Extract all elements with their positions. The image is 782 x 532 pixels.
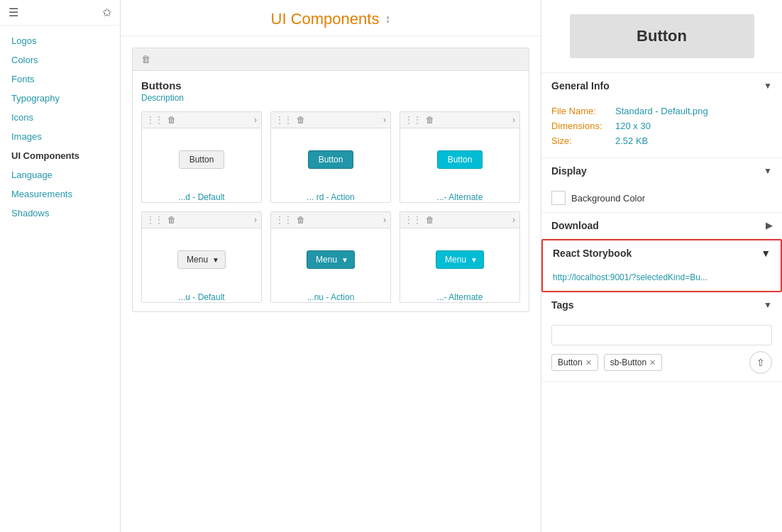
download-section: Download ▶ (541, 213, 782, 239)
sidebar-item-icons[interactable]: Icons (0, 108, 120, 127)
trash-icon[interactable]: 🗑 (141, 54, 150, 65)
card-toolbar: ⋮⋮ 🗑 › (400, 112, 519, 128)
trash-icon[interactable]: 🗑 (426, 215, 434, 225)
size-label: Size: (551, 135, 615, 146)
card-label-default: ...d - Default (142, 192, 261, 202)
tag-button: Button ✕ (551, 354, 598, 371)
scroll-top-button[interactable]: ⇧ (749, 351, 772, 374)
card-body: Button (142, 128, 261, 185)
card-body: Menu ▼ (400, 228, 519, 285)
drag-dots-icon: ⋮⋮ (146, 115, 163, 125)
drag-dots-icon: ⋮⋮ (404, 215, 422, 225)
card-menu-default: ⋮⋮ 🗑 › Menu ▼ ...u - Default (141, 211, 262, 303)
menu-default-label: Menu (187, 255, 208, 265)
dimensions-label: Dimensions: (551, 121, 615, 131)
sidebar-item-fonts[interactable]: Fonts (0, 70, 120, 89)
card-label-menu-alternate: ...- Alternate (400, 292, 519, 302)
display-section: Display ▼ Background Color (541, 158, 782, 213)
card-btn-action: ⋮⋮ 🗑 › Button ... rd - Action (270, 111, 391, 203)
color-swatch[interactable] (551, 191, 566, 205)
card-menu-action: ⋮⋮ 🗑 › Menu ▼ ...nu - Action (270, 211, 391, 303)
general-info-header[interactable]: General Info ▼ (541, 73, 782, 99)
menu-default[interactable]: Menu ▼ (177, 250, 226, 269)
trash-icon[interactable]: 🗑 (297, 115, 305, 125)
card-body: Menu ▼ (142, 228, 261, 285)
tag-sb-button: sb-Button ✕ (604, 354, 662, 371)
tags-section: Tags ▼ Button ✕ sb-Button ✕ ⇧ (541, 292, 782, 382)
next-arrow-icon[interactable]: › (383, 215, 386, 225)
trash-icon[interactable]: 🗑 (426, 115, 434, 125)
dimensions-row: Dimensions: 120 x 30 (551, 121, 772, 131)
next-arrow-icon[interactable]: › (254, 115, 257, 125)
button-default[interactable]: Button (179, 150, 225, 169)
display-label: Display (551, 165, 587, 177)
sidebar-item-images[interactable]: Images (0, 127, 120, 146)
storybook-label: React Storybook (553, 248, 632, 259)
display-header[interactable]: Display ▼ (541, 158, 782, 184)
sort-arrows-icon[interactable]: ↕ (385, 13, 390, 26)
general-info-label: General Info (551, 80, 610, 92)
sidebar-item-language[interactable]: Language (0, 165, 120, 184)
card-label-menu-default: ...u - Default (142, 292, 261, 302)
dropdown-arrow-icon: ▼ (341, 256, 348, 264)
download-label: Download (551, 220, 599, 231)
chevron-down-icon: ▼ (764, 81, 772, 91)
card-body: Button (271, 128, 390, 185)
card-toolbar: ⋮⋮ 🗑 › (400, 212, 519, 228)
download-header[interactable]: Download ▶ (541, 213, 782, 238)
sidebar-item-logos[interactable]: Logos (0, 31, 120, 50)
menu-action[interactable]: Menu ▼ (307, 250, 355, 269)
sidebar-item-shadows[interactable]: Shadows (0, 204, 120, 223)
storybook-url[interactable]: http://localhost:9001/?selectedKind=Bu..… (553, 272, 707, 282)
trash-icon[interactable]: 🗑 (167, 115, 176, 125)
sidebar-item-colors[interactable]: Colors (0, 50, 120, 70)
tag-remove-button-icon[interactable]: ✕ (585, 358, 592, 367)
menu-alternate-label: Menu (445, 255, 466, 265)
next-arrow-icon[interactable]: › (383, 115, 386, 125)
main-header: UI Components ↕ (121, 0, 541, 36)
trash-icon[interactable]: 🗑 (167, 215, 176, 225)
file-name-label: File Name: (551, 106, 615, 116)
next-arrow-icon[interactable]: › (254, 215, 257, 225)
bg-color-row: Background Color (551, 191, 772, 205)
tag-remove-sb-button-icon[interactable]: ✕ (649, 358, 656, 367)
group-description: Description (141, 93, 520, 103)
card-body: Menu ▼ (271, 228, 390, 285)
storybook-header[interactable]: React Storybook ▼ (543, 240, 781, 266)
tags-input[interactable] (551, 325, 772, 345)
hamburger-icon[interactable]: ☰ (9, 6, 18, 19)
menu-alternate[interactable]: Menu ▼ (436, 250, 484, 269)
tag-sb-button-label: sb-Button (610, 358, 646, 367)
card-btn-default: ⋮⋮ 🗑 › Button ...d - Default (141, 111, 262, 203)
card-label-action: ... rd - Action (271, 192, 390, 202)
sidebar-item-ui-components[interactable]: UI Components (0, 146, 120, 165)
trash-icon[interactable]: 🗑 (297, 215, 305, 225)
card-label-alternate: ...- Alternate (400, 192, 519, 202)
chevron-down-icon: ▼ (761, 248, 771, 259)
button-action[interactable]: Button (308, 150, 354, 169)
next-arrow-icon[interactable]: › (512, 215, 515, 225)
preview-button[interactable]: Button (570, 14, 754, 58)
general-info-section: General Info ▼ File Name: Standard - Def… (541, 73, 782, 158)
tags-label: Tags (551, 299, 574, 311)
sidebar-item-measurements[interactable]: Measurements (0, 184, 120, 204)
menu-action-label: Menu (316, 255, 337, 265)
group-body: Buttons Description ⋮⋮ 🗑 › Button ...d (133, 71, 529, 311)
chevron-down-icon: ▼ (764, 166, 772, 176)
card-toolbar: ⋮⋮ 🗑 › (271, 212, 390, 228)
display-body: Background Color (541, 184, 782, 212)
button-alternate[interactable]: Button (437, 150, 483, 169)
general-info-body: File Name: Standard - Default.png Dimens… (541, 99, 782, 157)
sort-icon[interactable]: ✩ (102, 6, 111, 19)
sidebar-item-typography[interactable]: Typography (0, 89, 120, 108)
storybook-body: http://localhost:9001/?selectedKind=Bu..… (543, 266, 781, 291)
main-title: UI Components (271, 10, 380, 28)
card-label-menu-action: ...nu - Action (271, 292, 390, 302)
tags-header[interactable]: Tags ▼ (541, 292, 782, 318)
group-header: 🗑 (133, 48, 529, 71)
card-body: Button (400, 128, 519, 185)
drag-dots-icon: ⋮⋮ (275, 215, 292, 225)
next-arrow-icon[interactable]: › (512, 115, 515, 125)
main-content: UI Components ↕ 🗑 Buttons Description ⋮⋮… (121, 0, 541, 532)
sidebar-header: ☰ ✩ (0, 0, 120, 26)
